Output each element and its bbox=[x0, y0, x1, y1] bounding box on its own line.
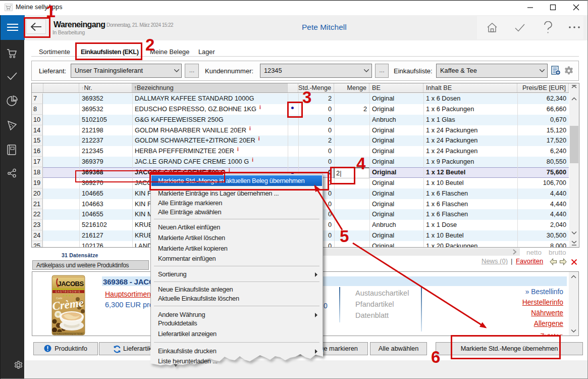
svg-text:GASTRONOMIE: GASTRONOMIE bbox=[56, 291, 81, 293]
svg-text:★★★★: ★★★★ bbox=[62, 294, 74, 297]
svg-text:JACOBS: JACOBS bbox=[58, 280, 84, 288]
svg-text:Die Kaffeeverfeinerung von Jac: Die Kaffeeverfeinerung von Jacobs bbox=[53, 333, 83, 335]
